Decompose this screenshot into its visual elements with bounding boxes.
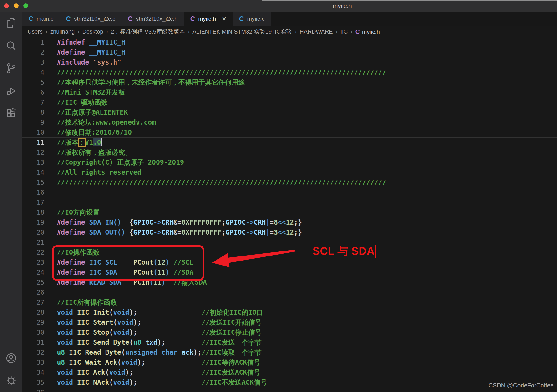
files-icon[interactable] xyxy=(0,12,22,34)
line-number[interactable]: 16 xyxy=(22,188,44,197)
line-number[interactable]: 10 xyxy=(22,127,44,137)
run-debug-icon[interactable] xyxy=(0,80,22,102)
line-number[interactable]: 13 xyxy=(22,157,44,167)
line-number[interactable]: 30 xyxy=(22,327,44,337)
code-line[interactable]: 16 xyxy=(22,188,557,197)
code-line[interactable]: 35void IIC_NAck(void); //IIC不发送ACK信号 xyxy=(22,377,557,387)
source-control-icon[interactable] xyxy=(0,57,22,80)
line-number[interactable]: 35 xyxy=(22,377,44,387)
minimize-window-button[interactable] xyxy=(14,3,19,8)
code-editor[interactable]: 1#ifndef __MYIIC_H2#define __MYIIC_H3#in… xyxy=(22,37,557,392)
line-number[interactable]: 4 xyxy=(22,67,44,77)
line-number[interactable]: 34 xyxy=(22,368,44,377)
code-line[interactable]: 11//版本：V1.0 xyxy=(22,137,557,147)
code-line[interactable]: 2#define __MYIIC_H xyxy=(22,47,557,57)
line-number[interactable]: 6 xyxy=(22,87,44,98)
code-line[interactable]: 36 xyxy=(22,387,557,392)
tab-myiic.h[interactable]: Cmyiic.h✕ xyxy=(184,12,233,26)
code-line[interactable]: 8//正点原子@ALIENTEK xyxy=(22,107,557,117)
line-number[interactable]: 17 xyxy=(22,197,44,207)
close-window-button[interactable] xyxy=(4,3,9,8)
search-icon[interactable] xyxy=(0,34,22,57)
breadcrumb-item[interactable]: HARDWARE xyxy=(300,28,333,35)
line-number[interactable]: 32 xyxy=(22,347,44,358)
code-line[interactable]: 7//IIC 驱动函数 xyxy=(22,98,557,107)
breadcrumb-file[interactable]: Cmyiic.h xyxy=(355,28,380,35)
code-line[interactable]: 18//IO方向设置 xyxy=(22,207,557,217)
code-line[interactable]: 30void IIC_Stop(void); //发送IIC停止信号 xyxy=(22,327,557,337)
line-number[interactable]: 5 xyxy=(22,77,44,87)
line-number[interactable]: 20 xyxy=(22,228,44,237)
breadcrumb-item[interactable]: zhulihang xyxy=(50,28,75,35)
code-line[interactable]: 3#include "sys.h" xyxy=(22,57,557,67)
tab-stm32f10x_i2c.c[interactable]: Cstm32f10x_i2c.c xyxy=(60,12,122,26)
code-line[interactable]: 6//Mini STM32开发板 xyxy=(22,87,557,98)
breadcrumb-item[interactable]: Users xyxy=(28,28,43,35)
code-line[interactable]: 32u8 IIC_Read_Byte(unsigned char ack);//… xyxy=(22,347,557,358)
code-line[interactable]: 5//本程序只供学习使用，未经作者许可，不得用于其它任何用途 xyxy=(22,77,557,87)
code-line[interactable]: 24#define IIC_SDA PCout(11) //SDA xyxy=(22,268,557,278)
tab-main.c[interactable]: Cmain.c xyxy=(22,12,60,26)
line-number[interactable]: 22 xyxy=(22,247,44,257)
extensions-icon[interactable] xyxy=(0,102,22,125)
code-line[interactable]: 13//Copyright(C) 正点原子 2009-2019 xyxy=(22,157,557,167)
line-number[interactable]: 25 xyxy=(22,278,44,287)
code-line[interactable]: 27//IIC所有操作函数 xyxy=(22,297,557,307)
code-line[interactable]: 4///////////////////////////////////////… xyxy=(22,67,557,77)
gear-icon[interactable] xyxy=(0,369,22,392)
line-number[interactable]: 12 xyxy=(22,147,44,157)
line-number[interactable]: 9 xyxy=(22,117,44,127)
code-token: GPIOC xyxy=(133,218,153,226)
code-line[interactable]: 25#define READ_SDA PCin(11) //输入SDA xyxy=(22,278,557,287)
breadcrumb-item[interactable]: 2，标准例程-V3.5库函数版本 xyxy=(111,28,185,35)
code-line[interactable]: 33u8 IIC_Wait_Ack(void); //IIC等待ACK信号 xyxy=(22,358,557,368)
code-line-text: #define READ_SDA PCin(11) //输入SDA xyxy=(44,278,207,287)
line-number[interactable]: 26 xyxy=(22,287,44,297)
code-line[interactable]: 20#define SDA_OUT() {GPIOC->CRH&=0XFFFF0… xyxy=(22,228,557,237)
line-number[interactable]: 19 xyxy=(22,217,44,228)
code-line[interactable]: 26 xyxy=(22,287,557,297)
line-number[interactable]: 1 xyxy=(22,37,44,47)
code-token xyxy=(125,229,129,236)
line-number[interactable]: 28 xyxy=(22,307,44,318)
tab-myiic.c[interactable]: Cmyiic.c xyxy=(233,12,271,26)
close-tab-icon[interactable]: ✕ xyxy=(222,16,227,22)
line-number[interactable]: 23 xyxy=(22,257,44,268)
line-number[interactable]: 7 xyxy=(22,98,44,107)
line-number[interactable]: 14 xyxy=(22,167,44,177)
code-line[interactable]: 10//修改日期:2010/6/10 xyxy=(22,127,557,137)
tab-stm32f10x_i2c.h[interactable]: Cstm32f10x_i2c.h xyxy=(122,12,184,26)
zoom-window-button[interactable] xyxy=(23,3,28,8)
code-line[interactable]: 12//版权所有，盗版必究。 xyxy=(22,147,557,157)
line-number[interactable]: 24 xyxy=(22,268,44,278)
code-line[interactable]: 31void IIC_Send_Byte(u8 txd); //IIC发送一个字… xyxy=(22,337,557,347)
code-line[interactable]: 17 xyxy=(22,197,557,207)
code-line[interactable]: 29void IIC_Start(void); //发送IIC开始信号 xyxy=(22,318,557,327)
line-number[interactable]: 3 xyxy=(22,57,44,67)
code-line[interactable]: 23#define IIC_SCL PCout(12) //SCL xyxy=(22,257,557,268)
line-number[interactable]: 29 xyxy=(22,318,44,327)
line-number[interactable]: 8 xyxy=(22,107,44,117)
breadcrumb-item[interactable]: IIC xyxy=(340,28,348,35)
line-number[interactable]: 31 xyxy=(22,337,44,347)
line-number[interactable]: 33 xyxy=(22,358,44,368)
code-line[interactable]: 22//IO操作函数 xyxy=(22,247,557,257)
line-number[interactable]: 18 xyxy=(22,207,44,217)
code-line[interactable]: 14//All rights reserved xyxy=(22,167,557,177)
code-line[interactable]: 21 xyxy=(22,237,557,247)
line-number[interactable]: 21 xyxy=(22,237,44,247)
line-number[interactable]: 11 xyxy=(22,137,44,147)
code-line[interactable]: 15//////////////////////////////////////… xyxy=(22,177,557,188)
code-line[interactable]: 9//技术论坛:www.openedv.com xyxy=(22,117,557,127)
code-line[interactable]: 19#define SDA_IN() {GPIOC->CRH&=0XFFFF0F… xyxy=(22,217,557,228)
account-icon[interactable] xyxy=(0,347,22,369)
line-number[interactable]: 36 xyxy=(22,387,44,392)
breadcrumb-item[interactable]: Desktop xyxy=(82,28,103,35)
line-number[interactable]: 15 xyxy=(22,177,44,188)
line-number[interactable]: 2 xyxy=(22,47,44,57)
code-line[interactable]: 1#ifndef __MYIIC_H xyxy=(22,37,557,47)
code-line[interactable]: 28void IIC_Init(void); //初始化IIC的IO口 xyxy=(22,307,557,318)
code-line[interactable]: 34void IIC_Ack(void); //IIC发送ACK信号 xyxy=(22,368,557,377)
breadcrumb-item[interactable]: ALIENTEK MINISTM32 实验19 IIC实验 xyxy=(192,28,292,35)
line-number[interactable]: 27 xyxy=(22,297,44,307)
